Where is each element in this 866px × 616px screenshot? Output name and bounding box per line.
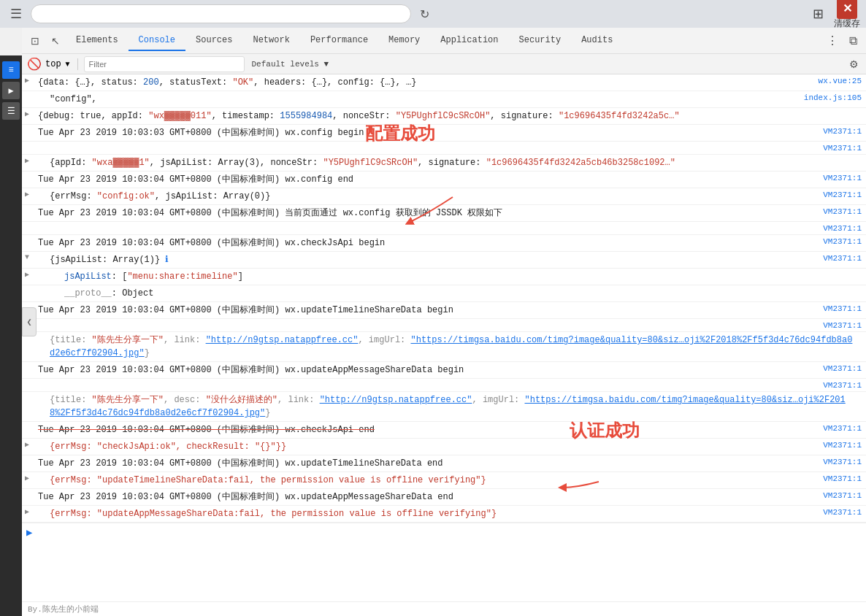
tab-audits[interactable]: Audits (571, 31, 623, 51)
log-source[interactable]: wx.vue:25 (814, 74, 866, 87)
bottom-bar: By.陈先生的小前端 (22, 601, 866, 616)
log-entry: ▶ {appId: "wxa▓▓▓▓▓1", jsApiList: Array(… (22, 155, 866, 172)
log-source[interactable]: VM2371:1 (819, 319, 866, 331)
log-source[interactable]: VM2371:1 (819, 362, 866, 374)
expand-arrow[interactable]: ▶ (25, 474, 29, 482)
log-source[interactable]: index.js:105 (800, 91, 866, 104)
expand-arrow[interactable]: ▶ (25, 507, 29, 516)
console-settings-btn[interactable]: ⚙ (846, 56, 862, 72)
expand-arrow[interactable]: ▼ (25, 253, 29, 261)
log-source[interactable]: VM2371:1 (819, 302, 866, 315)
log-source[interactable]: VM2371:1 (819, 489, 866, 501)
collapse-panel-btn[interactable]: ❮ (22, 307, 37, 336)
tab-sources[interactable]: Sources (185, 31, 242, 51)
log-entry: ▶ {errMsg: "checkJsApi:ok", checkResult:… (22, 439, 866, 455)
sidebar-toggle-btn[interactable]: ☰ (6, 4, 26, 24)
expand-arrow[interactable]: ▶ (25, 270, 29, 279)
log-source[interactable]: VM2371:1 (819, 205, 866, 217)
log-entry: Tue Apr 23 2019 10:03:04 GMT+0800 (中国标准时… (22, 235, 866, 252)
log-entry: "config", index.js:105 (22, 91, 866, 108)
log-entry: {title: "陈先生分享一下", link: "http://n9gtsp.… (22, 332, 866, 362)
log-source[interactable] (857, 269, 866, 272)
expand-arrow[interactable]: ▶ (25, 109, 29, 118)
divider (77, 58, 78, 70)
log-entry: ▶ {errMsg: "updateTimelineShareData:fail… (22, 472, 866, 489)
tab-performance[interactable]: Performance (300, 31, 378, 51)
clear-console-btn[interactable]: 🚫 (26, 56, 42, 72)
log-entry: ▼ {jsApiList: Array(1)} ℹ VM2371:1 (22, 252, 866, 269)
tab-application[interactable]: Application (430, 31, 508, 51)
reload-btn[interactable]: ↻ (415, 5, 433, 23)
log-source[interactable] (857, 285, 866, 289)
log-source[interactable]: VM2371:1 (819, 455, 866, 468)
log-entry: Tue Apr 23 2019 10:03:04 GMT+0800 (中国标准时… (22, 489, 866, 506)
tab-security[interactable]: Security (509, 31, 572, 51)
log-source[interactable]: VM2371:1 (819, 142, 866, 154)
log-entry: ▶ jsApiList: ["menu:share:timeline"] (22, 269, 866, 285)
log-source[interactable]: VM2371:1 (819, 439, 866, 451)
context-dropdown-btn[interactable]: ▼ (64, 60, 72, 68)
prompt-arrow: ▶ (26, 526, 32, 539)
expand-arrow[interactable]: ▶ (25, 156, 29, 165)
log-source[interactable]: VM2371:1 (819, 125, 866, 137)
log-entry: Tue Apr 23 2019 10:03:04 GMT+0800 (中国标准时… (22, 302, 866, 319)
url-input[interactable]: http://n9gtsp.natappfree.cc/ (31, 4, 411, 23)
log-entry: Tue Apr 23 2019 10:03:03 GMT+0800 (中国标准时… (22, 125, 866, 142)
tabs-dock-btn[interactable]: ⧉ (843, 31, 863, 51)
log-source[interactable] (857, 108, 866, 112)
tab-console[interactable]: Console (129, 31, 185, 51)
log-entry: ▶ {data: {…}, status: 200, statusText: "… (22, 74, 866, 91)
sidebar-icon-list[interactable]: ☰ (2, 102, 20, 120)
log-entry: __proto__: Object (22, 285, 866, 302)
log-entry: {title: "陈先生分享一下", desc: "没什么好描述的", link… (22, 392, 866, 422)
log-entry: VM2371:1 (22, 319, 866, 332)
log-entry: Tue Apr 23 2019 10:03:04 GMT+0800 (中国标准时… (22, 455, 866, 472)
log-entry: Tue Apr 23 2019 10:03:04 GMT+0800 (中国标准时… (22, 205, 866, 222)
log-source[interactable] (857, 155, 866, 158)
log-source[interactable]: VM2371:1 (819, 172, 866, 184)
levels-label: Default levels ▼ (252, 60, 329, 69)
tabs-more-btn[interactable]: ⋮ (822, 31, 843, 51)
log-source[interactable]: VM2371:1 (819, 506, 866, 518)
log-source[interactable]: VM2371:1 (819, 252, 866, 264)
tab-elements[interactable]: Elements (66, 31, 129, 51)
log-entry: ▶ {errMsg: "updateAppMessageShareData:fa… (22, 506, 866, 523)
log-entry: ▶ {debug: true, appId: "wx▓▓▓▓▓011", tim… (22, 108, 866, 125)
log-source[interactable]: VM2371:1 (819, 235, 866, 247)
layers-btn[interactable]: ⊞ (806, 2, 829, 26)
log-source[interactable]: VM2371:1 (819, 472, 866, 485)
log-entry: Tue Apr 23 2019 10:03:04 GMT+0800 (中国标准时… (22, 362, 866, 379)
sidebar-icon-menu[interactable]: ≡ (2, 61, 20, 79)
close-btn[interactable]: ✕ (837, 0, 857, 19)
bottom-bar-text: By.陈先生的小前端 (28, 605, 99, 614)
log-entry: Tue Apr 23 2019 10:03:04 GMT+0800 (中国标准时… (22, 422, 866, 439)
log-source[interactable] (857, 392, 866, 396)
expand-arrow[interactable]: ▶ (25, 440, 29, 449)
log-entry: VM2371:1 (22, 142, 866, 155)
tab-network[interactable]: Network (242, 31, 299, 51)
log-source[interactable]: VM2371:1 (819, 422, 866, 434)
log-entry: Tue Apr 23 2019 10:03:04 GMT+0800 (中国标准时… (22, 172, 866, 188)
log-source[interactable]: VM2371:1 (819, 188, 866, 201)
sidebar-icon-play[interactable]: ▶ (2, 82, 20, 99)
tab-memory[interactable]: Memory (378, 31, 430, 51)
sidebar-collapse-btn[interactable]: ⊡ (25, 31, 45, 51)
console-prompt: ▶ (22, 523, 866, 542)
cursor-btn[interactable]: ↖ (45, 31, 66, 51)
log-source[interactable]: VM2371:1 (819, 222, 866, 234)
log-source[interactable]: VM2371:1 (819, 379, 866, 391)
console-content: ▶ {data: {…}, status: 200, statusText: "… (22, 74, 866, 616)
log-entry: ▶ {errMsg: "config:ok", jsApiList: Array… (22, 188, 866, 205)
filter-input[interactable] (84, 56, 245, 72)
expand-arrow[interactable]: ▶ (25, 76, 29, 85)
context-label: top (45, 59, 61, 69)
log-entry: VM2371:1 (22, 379, 866, 392)
log-source[interactable] (857, 332, 866, 336)
expand-arrow[interactable]: ▶ (25, 190, 29, 199)
log-entry: VM2371:1 (22, 222, 866, 235)
